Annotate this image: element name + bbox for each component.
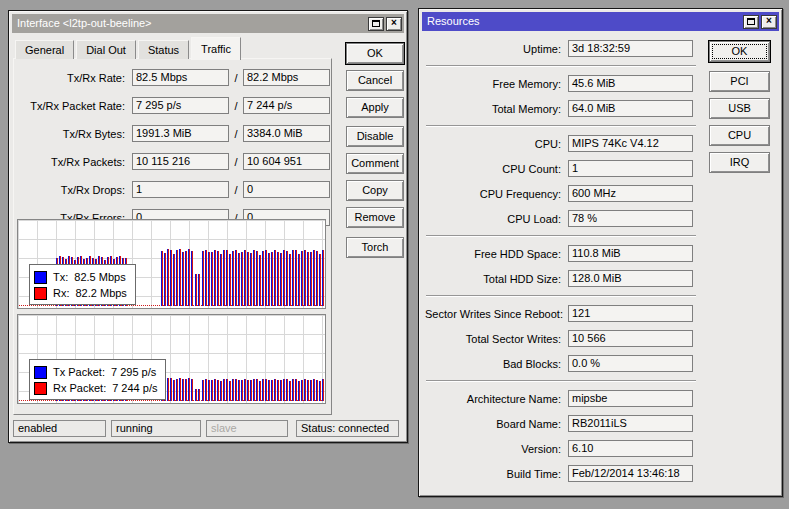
irq-button[interactable]: IRQ (709, 152, 770, 173)
tx-value-box: 1991.3 MiB (132, 125, 229, 142)
resource-value-box: 45.6 MiB (568, 75, 693, 92)
traffic-bar (170, 378, 172, 401)
legend-value: 82.2 Mbps (76, 287, 127, 299)
resource-row-build-time: Build Time:Feb/12/2014 13:46:18 (425, 465, 697, 482)
tx-swatch (34, 271, 47, 284)
traffic-bar (286, 379, 288, 401)
traffic-bar (268, 253, 270, 306)
resource-row-cpu-frequency: CPU Frequency:600 MHz (425, 185, 697, 202)
resources-titlebar[interactable]: Resources × (422, 12, 779, 31)
legend-row: Rx:82.2 Mbps (34, 285, 127, 301)
traffic-bar (173, 380, 175, 401)
status-status-connected: Status: connected (296, 420, 399, 437)
resource-label: CPU Count: (425, 163, 561, 175)
comment-button[interactable]: Comment (346, 153, 404, 174)
cpu-button[interactable]: CPU (709, 125, 770, 146)
resource-value-box: 121 (568, 305, 693, 322)
legend-label: Rx Packet: (53, 382, 106, 394)
traffic-bar (211, 252, 213, 306)
tx-value-box: 82.5 Mbps (132, 69, 229, 86)
maximize-button[interactable] (368, 17, 384, 31)
traffic-bar (238, 253, 240, 306)
resource-value-box: 64.0 MiB (568, 100, 693, 117)
resource-label: CPU: (425, 138, 561, 150)
traffic-bar (179, 249, 181, 306)
traffic-bar (271, 380, 273, 401)
resource-label: Build Time: (425, 468, 561, 480)
interface-titlebar[interactable]: Interface <l2tp-out-beeline> × (12, 14, 404, 33)
field-label: Tx/Rx Bytes: (15, 128, 125, 140)
resource-label: Free HDD Space: (425, 248, 561, 260)
tab-traffic[interactable]: Traffic (191, 37, 241, 60)
resource-row-total-memory: Total Memory:64.0 MiB (425, 100, 697, 117)
resource-row-free-memory: Free Memory:45.6 MiB (425, 75, 697, 92)
tab-dial-out[interactable]: Dial Out (76, 40, 136, 59)
pci-button[interactable]: PCI (709, 71, 770, 92)
resource-label: Total Sector Writes: (425, 333, 561, 345)
resource-row-sector-writes-since-reboot: Sector Writes Since Reboot:121 (425, 305, 697, 322)
interface-window: Interface <l2tp-out-beeline> × GeneralDi… (8, 10, 408, 443)
close-button[interactable]: × (386, 17, 402, 31)
traffic-bar (256, 251, 258, 306)
traffic-bar (319, 254, 321, 306)
traffic-bar (229, 381, 231, 401)
traffic-bar (195, 389, 197, 401)
field-label: Tx/Rx Packet Rate: (15, 100, 125, 112)
resource-row-free-hdd-space: Free HDD Space:110.8 MiB (425, 245, 697, 262)
group-separator (426, 65, 696, 67)
remove-button[interactable]: Remove (346, 207, 404, 228)
group-separator (426, 380, 696, 382)
traffic-bar (319, 381, 321, 401)
traffic-bar (167, 378, 169, 401)
close-button[interactable]: × (761, 15, 777, 29)
tx-packet-swatch (34, 366, 47, 379)
legend-row: Tx Packet:7 295 p/s (34, 364, 157, 380)
resource-label: CPU Load: (425, 213, 561, 225)
cancel-button[interactable]: Cancel (346, 70, 404, 91)
traffic-bar (253, 379, 255, 401)
traffic-bar (274, 379, 276, 401)
rx-value-box: 0 (243, 181, 330, 198)
usb-button[interactable]: USB (709, 98, 770, 119)
traffic-bar (316, 251, 318, 306)
traffic-bar (226, 379, 228, 401)
traffic-bar (247, 380, 249, 401)
traffic-bar (268, 380, 270, 401)
resource-value-box: 6.10 (568, 440, 693, 457)
torch-button[interactable]: Torch (346, 237, 404, 258)
traffic-bar (307, 380, 309, 401)
resource-row-cpu: CPU:MIPS 74Kc V4.12 (425, 135, 697, 152)
traffic-bar (167, 249, 169, 306)
disable-button[interactable]: Disable (346, 126, 404, 147)
rx-value-box: 82.2 Mbps (243, 69, 330, 86)
traffic-bar (289, 254, 291, 306)
traffic-bar (185, 251, 187, 306)
tx-rx-separator: / (229, 72, 243, 84)
apply-button[interactable]: Apply (346, 97, 404, 118)
traffic-bar (188, 378, 190, 401)
tab-general[interactable]: General (15, 40, 74, 59)
traffic-bar (292, 379, 294, 401)
traffic-bar (283, 379, 285, 401)
copy-button[interactable]: Copy (346, 180, 404, 201)
traffic-bar (298, 254, 300, 306)
traffic-bar (195, 274, 197, 306)
traffic-bar (217, 251, 219, 306)
resource-label: Version: (425, 443, 561, 455)
ok-button[interactable]: OK (346, 43, 404, 64)
traffic-bar (256, 379, 258, 401)
ok-button[interactable]: OK (709, 41, 770, 62)
tab-status[interactable]: Status (138, 40, 189, 59)
traffic-bar (277, 380, 279, 401)
traffic-bar (185, 379, 187, 401)
status-enabled: enabled (13, 420, 106, 437)
resource-value-box: 0.0 % (568, 355, 693, 372)
traffic-bar (250, 380, 252, 401)
maximize-button[interactable] (743, 15, 759, 29)
traffic-bar (176, 379, 178, 401)
resources-window-controls: × (743, 15, 777, 29)
legend-row: Rx Packet:7 244 p/s (34, 380, 157, 396)
resource-value-box: mipsbe (568, 390, 693, 407)
traffic-bar (170, 250, 172, 306)
traffic-bar (220, 381, 222, 401)
